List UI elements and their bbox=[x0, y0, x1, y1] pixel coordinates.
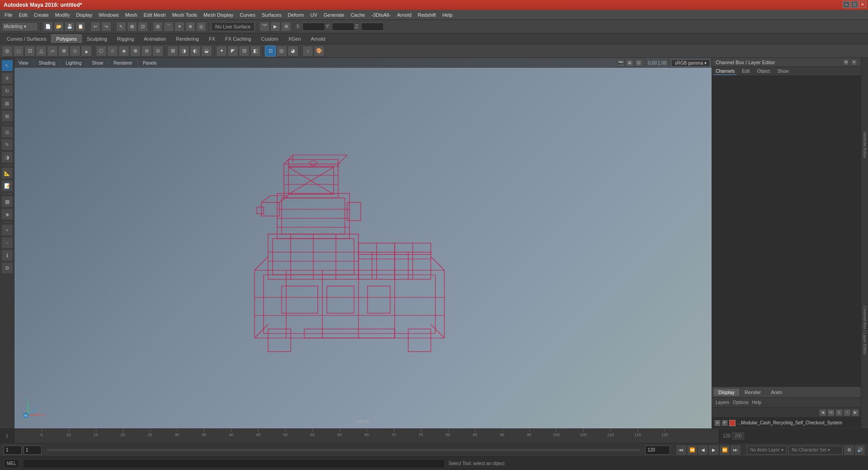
pb-play-back-btn[interactable]: ◀ bbox=[698, 446, 708, 455]
icon-sphere[interactable]: ◎ bbox=[2, 46, 13, 56]
menu-display[interactable]: Display bbox=[73, 11, 95, 19]
ch-tab-object[interactable]: Object bbox=[755, 68, 772, 75]
pb-play-fwd-btn[interactable]: ▶ bbox=[709, 446, 718, 455]
menu-redshift[interactable]: Redshift bbox=[415, 11, 439, 19]
timeline-scrubber[interactable] bbox=[47, 449, 640, 451]
gamma-dropdown[interactable]: sRGB gamma ▾ bbox=[671, 60, 710, 66]
snap-view-btn[interactable]: ⊕ bbox=[185, 22, 195, 32]
vp-resolve-btn[interactable]: ⊡ bbox=[635, 59, 643, 67]
open-btn[interactable]: 📂 bbox=[54, 22, 64, 32]
pb-next-frame-btn[interactable]: ⏩ bbox=[720, 446, 729, 455]
display-tab-render[interactable]: Render bbox=[740, 389, 765, 396]
render-settings-btn[interactable]: ⚙ bbox=[281, 22, 291, 32]
icon-cut[interactable]: ◐ bbox=[190, 46, 201, 56]
icon-bool-union[interactable]: ⊗ bbox=[130, 46, 141, 56]
tool-minus[interactable]: − bbox=[1, 237, 13, 249]
timeline-ruler[interactable]: 5101520253035404550556065707580859095100… bbox=[14, 429, 719, 443]
tool-universal[interactable]: ⊞ bbox=[1, 110, 13, 122]
tab-fx[interactable]: FX bbox=[204, 34, 220, 43]
z-field[interactable] bbox=[361, 23, 384, 31]
menu-arnold[interactable]: Arnold bbox=[394, 11, 414, 19]
layers-tab-layers[interactable]: Layers bbox=[716, 400, 729, 405]
pb-settings-btn[interactable]: ⚙ bbox=[844, 446, 854, 455]
tool-move[interactable]: ✛ bbox=[1, 72, 13, 84]
ch-tab-show[interactable]: Show bbox=[775, 68, 790, 75]
window-controls[interactable]: ─ □ ✕ bbox=[843, 1, 866, 8]
snap-surface-btn[interactable]: ◎ bbox=[196, 22, 206, 32]
vp-menu-show[interactable]: Show bbox=[90, 60, 105, 66]
snap-curve-btn[interactable]: ⌒ bbox=[164, 22, 174, 32]
icon-cone[interactable]: △ bbox=[36, 46, 47, 56]
command-field[interactable] bbox=[23, 459, 445, 468]
channel-box-side-label[interactable]: Channel Box / Layer Editor bbox=[862, 304, 868, 357]
menu-help[interactable]: Help bbox=[439, 11, 455, 19]
ch-tab-channels[interactable]: Channels bbox=[714, 68, 736, 75]
icon-plane[interactable]: ▱ bbox=[47, 46, 58, 56]
layer-item[interactable]: V P ...Modular_Cash_Recycling_Self_Check… bbox=[712, 418, 861, 428]
menu-uv[interactable]: UV bbox=[307, 11, 320, 19]
tab-polygons[interactable]: Polygons bbox=[51, 34, 81, 43]
layer-mute-btn[interactable]: M bbox=[827, 409, 835, 416]
layer-next-btn[interactable]: ▶ bbox=[852, 409, 859, 416]
icon-fill-hole[interactable]: ⊟ bbox=[239, 46, 250, 56]
redo-btn[interactable]: ↪ bbox=[101, 22, 111, 32]
menu-windows[interactable]: Windows bbox=[96, 11, 122, 19]
vp-menu-renderer[interactable]: Renderer bbox=[111, 60, 135, 66]
tab-rigging[interactable]: Rigging bbox=[112, 34, 139, 43]
tab-custom[interactable]: Custom bbox=[256, 34, 283, 43]
menu-edit[interactable]: Edit bbox=[16, 11, 30, 19]
tool-annotate[interactable]: 📝 bbox=[1, 180, 13, 192]
pb-skip-start-btn[interactable]: ⏮ bbox=[677, 446, 686, 455]
anim-layer-dropdown[interactable]: No Anim Layer ▾ bbox=[747, 446, 787, 455]
channel-box-close-btn[interactable]: ✕ bbox=[851, 59, 857, 66]
layers-tab-options[interactable]: Options bbox=[733, 400, 748, 405]
icon-cube[interactable]: □ bbox=[13, 46, 24, 56]
layer-prev-btn[interactable]: ◀ bbox=[819, 409, 826, 416]
icon-multi-cut[interactable]: ◒ bbox=[201, 46, 212, 56]
mode-dropdown[interactable]: Modeling ▾ bbox=[2, 22, 38, 31]
icon-poke[interactable]: ✦ bbox=[216, 46, 227, 56]
vp-menu-panels[interactable]: Panels bbox=[141, 60, 159, 66]
tool-display-layer[interactable]: ▦ bbox=[1, 196, 13, 207]
menu-file[interactable]: File bbox=[2, 11, 15, 19]
tab-fx-caching[interactable]: FX Caching bbox=[220, 34, 256, 43]
pb-end-field[interactable]: 120 bbox=[645, 446, 670, 455]
tab-arnold[interactable]: Arnold bbox=[306, 34, 330, 43]
save-btn[interactable]: 💾 bbox=[65, 22, 75, 32]
ch-tab-edit[interactable]: Edit bbox=[740, 68, 751, 75]
layer-plus-btn[interactable]: + bbox=[844, 409, 851, 416]
character-set-dropdown[interactable]: No Character Set ▾ bbox=[788, 446, 843, 455]
fps-field[interactable]: 200 bbox=[732, 432, 745, 439]
maximize-button[interactable]: □ bbox=[851, 1, 858, 8]
display-tab-anim[interactable]: Anim bbox=[766, 389, 787, 396]
vp-menu-shading[interactable]: Shading bbox=[37, 60, 58, 66]
icon-split-poly[interactable]: ⊞ bbox=[167, 46, 178, 56]
attr-editor-side-label[interactable]: Attribute Editor bbox=[862, 130, 868, 160]
tool-select[interactable]: ↖ bbox=[1, 60, 13, 71]
snap-btn[interactable]: ⊡ bbox=[138, 22, 148, 32]
tab-sculpting[interactable]: Sculpting bbox=[82, 34, 112, 43]
layer-p-check[interactable]: P bbox=[722, 420, 727, 426]
snap-grid-btn[interactable]: ⊞ bbox=[153, 22, 163, 32]
y-field[interactable] bbox=[332, 23, 354, 31]
icon-bridge[interactable]: ☆ bbox=[107, 46, 118, 56]
vp-grid-btn[interactable]: ⊞ bbox=[626, 59, 634, 67]
ipr-btn[interactable]: ▶ bbox=[270, 22, 280, 32]
pb-current-frame[interactable]: 1 bbox=[24, 446, 42, 455]
tab-xgen[interactable]: XGen bbox=[283, 34, 306, 43]
icon-extrude[interactable]: ⬡ bbox=[96, 46, 107, 56]
close-button[interactable]: ✕ bbox=[859, 1, 866, 8]
vp-menu-view[interactable]: View bbox=[16, 60, 31, 66]
tab-curves-surfaces[interactable]: Curves / Surfaces bbox=[2, 34, 51, 43]
icon-prism[interactable]: ◇ bbox=[70, 46, 80, 56]
pb-start-frame[interactable]: 1 bbox=[4, 446, 22, 455]
icon-colorize[interactable]: 🎨 bbox=[314, 46, 325, 56]
icon-shade[interactable]: ◕ bbox=[288, 46, 298, 56]
minimize-button[interactable]: ─ bbox=[843, 1, 850, 8]
tool-settings[interactable]: ⚙ bbox=[1, 262, 13, 274]
channel-box-settings-btn[interactable]: ⚙ bbox=[843, 59, 849, 66]
menu-surfaces[interactable]: Surfaces bbox=[259, 11, 284, 19]
snap-point-btn[interactable]: ✦ bbox=[175, 22, 184, 32]
pb-prev-frame-btn[interactable]: ⏪ bbox=[688, 446, 697, 455]
vp-menu-lighting[interactable]: Lighting bbox=[63, 60, 84, 66]
